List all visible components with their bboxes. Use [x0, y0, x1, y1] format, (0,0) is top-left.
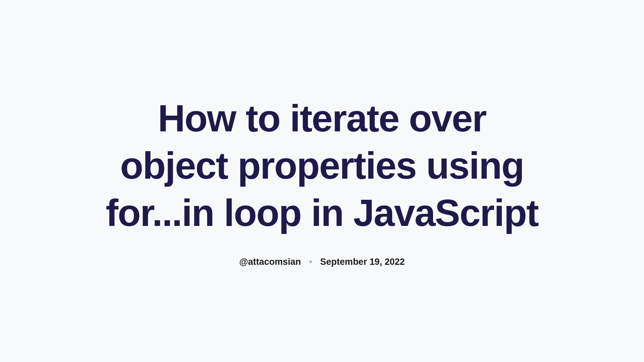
publish-date: September 19, 2022	[320, 257, 405, 267]
article-meta: @attacomsian • September 19, 2022	[101, 257, 543, 267]
meta-separator: •	[309, 257, 312, 267]
article-title: How to iterate over object properties us…	[101, 95, 543, 237]
author-handle[interactable]: @attacomsian	[239, 257, 301, 267]
article-header: How to iterate over object properties us…	[87, 95, 557, 267]
